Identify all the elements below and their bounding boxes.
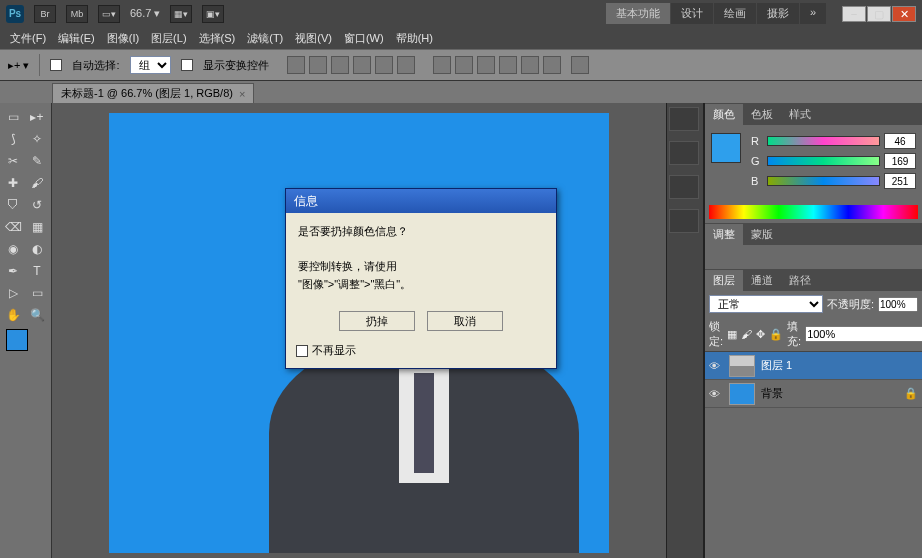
discard-button[interactable]: 扔掉 bbox=[339, 311, 415, 331]
workspace-basic[interactable]: 基本功能 bbox=[606, 3, 670, 24]
menu-layer[interactable]: 图层(L) bbox=[147, 29, 190, 48]
type-tool-icon[interactable]: T bbox=[26, 261, 48, 281]
tab-masks[interactable]: 蒙版 bbox=[743, 224, 781, 245]
shape-tool-icon[interactable]: ▭ bbox=[26, 283, 48, 303]
blend-mode-combo[interactable]: 正常 bbox=[709, 295, 823, 313]
tab-paths[interactable]: 路径 bbox=[781, 270, 819, 291]
hand-tool-icon[interactable]: ✋ bbox=[2, 305, 24, 325]
path-tool-icon[interactable]: ▷ bbox=[2, 283, 24, 303]
stamp-tool-icon[interactable]: ⛉ bbox=[2, 195, 24, 215]
align-bottom-icon[interactable] bbox=[331, 56, 349, 74]
align-vcenter-icon[interactable] bbox=[309, 56, 327, 74]
tab-swatches[interactable]: 色板 bbox=[743, 104, 781, 125]
lock-trans-icon[interactable]: ▦ bbox=[727, 328, 737, 341]
maximize-button[interactable]: ▢ bbox=[867, 6, 891, 22]
wand-tool-icon[interactable]: ✧ bbox=[26, 129, 48, 149]
eraser-tool-icon[interactable]: ⌫ bbox=[2, 217, 24, 237]
opacity-input[interactable] bbox=[878, 297, 918, 312]
workspace-design[interactable]: 设计 bbox=[671, 3, 713, 24]
brush-panel-icon[interactable] bbox=[669, 141, 699, 165]
minimize-button[interactable]: − bbox=[842, 6, 866, 22]
r-slider[interactable] bbox=[767, 136, 880, 146]
menu-window[interactable]: 窗口(W) bbox=[340, 29, 388, 48]
arrange-icon[interactable]: ▦▾ bbox=[170, 5, 192, 23]
dialog-title[interactable]: 信息 bbox=[286, 189, 556, 213]
lock-move-icon[interactable]: ✥ bbox=[756, 328, 765, 341]
close-button[interactable]: ✕ bbox=[892, 6, 916, 22]
align-top-icon[interactable] bbox=[287, 56, 305, 74]
visibility-icon[interactable]: 👁 bbox=[709, 388, 723, 400]
pen-tool-icon[interactable]: ✒ bbox=[2, 261, 24, 281]
bridge-icon[interactable]: Br bbox=[34, 5, 56, 23]
screen-mode-icon[interactable]: ▭▾ bbox=[98, 5, 120, 23]
eyedropper-tool-icon[interactable]: ✎ bbox=[26, 151, 48, 171]
dont-show-checkbox[interactable] bbox=[296, 345, 308, 357]
dodge-tool-icon[interactable]: ◐ bbox=[26, 239, 48, 259]
crop-tool-icon[interactable]: ✂ bbox=[2, 151, 24, 171]
extras-icon[interactable]: ▣▾ bbox=[202, 5, 224, 23]
gradient-tool-icon[interactable]: ▦ bbox=[26, 217, 48, 237]
color-spectrum[interactable] bbox=[709, 205, 918, 219]
char-panel-icon[interactable] bbox=[669, 209, 699, 233]
document-tab[interactable]: 未标题-1 @ 66.7% (图层 1, RGB/8) × bbox=[52, 83, 254, 103]
dist-left-icon[interactable] bbox=[499, 56, 517, 74]
marquee-tool-icon[interactable]: ▭ bbox=[2, 107, 24, 127]
auto-select-checkbox[interactable] bbox=[50, 59, 62, 71]
heal-tool-icon[interactable]: ✚ bbox=[2, 173, 24, 193]
auto-align-icon[interactable] bbox=[571, 56, 589, 74]
align-right-icon[interactable] bbox=[397, 56, 415, 74]
menu-select[interactable]: 选择(S) bbox=[195, 29, 240, 48]
lock-all-icon[interactable]: 🔒 bbox=[769, 328, 783, 341]
menu-filter[interactable]: 滤镜(T) bbox=[243, 29, 287, 48]
blur-tool-icon[interactable]: ◉ bbox=[2, 239, 24, 259]
menu-view[interactable]: 视图(V) bbox=[291, 29, 336, 48]
zoom-tool-icon[interactable]: 🔍 bbox=[26, 305, 48, 325]
dist-vcenter-icon[interactable] bbox=[455, 56, 473, 74]
tab-styles[interactable]: 样式 bbox=[781, 104, 819, 125]
b-slider[interactable] bbox=[767, 176, 880, 186]
minibridge-icon[interactable]: Mb bbox=[66, 5, 88, 23]
g-input[interactable] bbox=[884, 153, 916, 169]
layer-name[interactable]: 背景 bbox=[761, 386, 783, 401]
workspace-more-icon[interactable]: » bbox=[800, 3, 826, 24]
tab-adjustments[interactable]: 调整 bbox=[705, 224, 743, 245]
lasso-tool-icon[interactable]: ⟆ bbox=[2, 129, 24, 149]
visibility-icon[interactable]: 👁 bbox=[709, 360, 723, 372]
cancel-button[interactable]: 取消 bbox=[427, 311, 503, 331]
zoom-value[interactable]: 66.7 ▾ bbox=[130, 7, 160, 20]
clone-panel-icon[interactable] bbox=[669, 175, 699, 199]
tab-layers[interactable]: 图层 bbox=[705, 270, 743, 291]
move-tool-icon[interactable]: ▸+ bbox=[26, 107, 48, 127]
menu-file[interactable]: 文件(F) bbox=[6, 29, 50, 48]
dist-top-icon[interactable] bbox=[433, 56, 451, 74]
workspace-photo[interactable]: 摄影 bbox=[757, 3, 799, 24]
show-transform-checkbox[interactable] bbox=[181, 59, 193, 71]
lock-paint-icon[interactable]: 🖌 bbox=[741, 328, 752, 340]
b-input[interactable] bbox=[884, 173, 916, 189]
menu-image[interactable]: 图像(I) bbox=[103, 29, 143, 48]
layer-thumbnail[interactable] bbox=[729, 355, 755, 377]
g-slider[interactable] bbox=[767, 156, 880, 166]
layer-name[interactable]: 图层 1 bbox=[761, 358, 792, 373]
dist-right-icon[interactable] bbox=[543, 56, 561, 74]
history-panel-icon[interactable] bbox=[669, 107, 699, 131]
foreground-color-swatch[interactable] bbox=[6, 329, 28, 351]
tab-close-icon[interactable]: × bbox=[239, 88, 245, 100]
layer-row[interactable]: 👁 背景 🔒 bbox=[705, 380, 922, 408]
align-hcenter-icon[interactable] bbox=[375, 56, 393, 74]
menu-edit[interactable]: 编辑(E) bbox=[54, 29, 99, 48]
layer-thumbnail[interactable] bbox=[729, 383, 755, 405]
align-left-icon[interactable] bbox=[353, 56, 371, 74]
auto-select-combo[interactable]: 组 bbox=[130, 56, 171, 74]
tab-channels[interactable]: 通道 bbox=[743, 270, 781, 291]
brush-tool-icon[interactable]: 🖌 bbox=[26, 173, 48, 193]
move-tool-icon[interactable]: ▸+ ▾ bbox=[8, 59, 29, 72]
color-preview[interactable] bbox=[711, 133, 741, 163]
history-brush-icon[interactable]: ↺ bbox=[26, 195, 48, 215]
layer-row[interactable]: 👁 图层 1 bbox=[705, 352, 922, 380]
tab-color[interactable]: 颜色 bbox=[705, 104, 743, 125]
r-input[interactable] bbox=[884, 133, 916, 149]
fill-input[interactable] bbox=[805, 326, 922, 342]
dist-bottom-icon[interactable] bbox=[477, 56, 495, 74]
workspace-paint[interactable]: 绘画 bbox=[714, 3, 756, 24]
